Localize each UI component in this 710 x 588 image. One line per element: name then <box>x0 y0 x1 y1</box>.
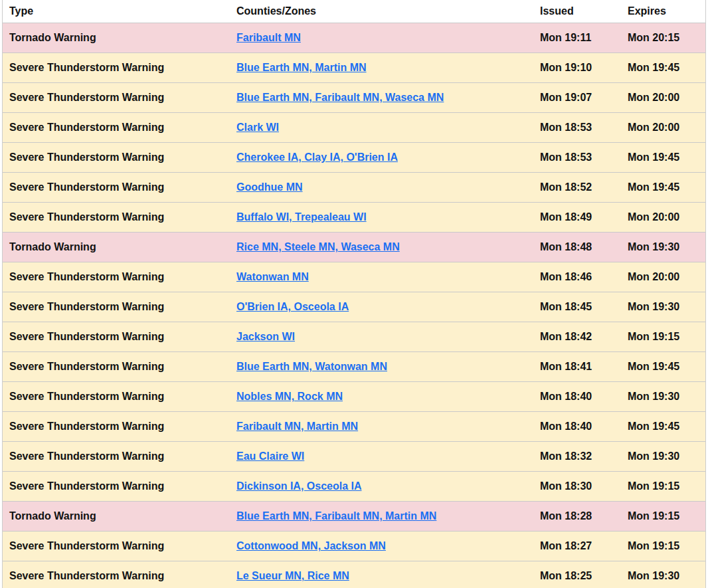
issued-cell: Mon 18:48 <box>533 241 621 253</box>
expires-cell: Mon 19:15 <box>621 510 705 522</box>
expires-cell: Mon 19:30 <box>621 241 705 253</box>
counties-cell: Blue Earth MN, Faribault MN, Waseca MN <box>230 92 533 104</box>
counties-link[interactable]: Jackson WI <box>236 331 295 342</box>
warning-type-cell: Severe Thunderstorm Warning <box>3 480 230 492</box>
counties-link[interactable]: Blue Earth MN, Faribault MN, Martin MN <box>236 510 436 522</box>
warnings-table-body: Tornado Warning Faribault MN Mon 19:11 M… <box>3 23 705 588</box>
warning-type-cell: Tornado Warning <box>3 241 230 253</box>
column-header-counties: Counties/Zones <box>230 5 533 17</box>
table-row: Tornado Warning Blue Earth MN, Faribault… <box>3 501 705 531</box>
warning-type-cell: Severe Thunderstorm Warning <box>3 540 230 552</box>
warning-type-cell: Severe Thunderstorm Warning <box>3 421 230 433</box>
table-row: Severe Thunderstorm Warning Faribault MN… <box>3 411 705 441</box>
counties-link[interactable]: Faribault MN, Martin MN <box>236 421 358 432</box>
warning-type-cell: Severe Thunderstorm Warning <box>3 92 230 104</box>
expires-cell: Mon 19:45 <box>621 151 705 163</box>
warning-type-cell: Severe Thunderstorm Warning <box>3 301 230 313</box>
counties-link[interactable]: O'Brien IA, Osceola IA <box>236 301 349 312</box>
counties-link[interactable]: Le Sueur MN, Rice MN <box>236 570 349 581</box>
warning-type-cell: Severe Thunderstorm Warning <box>3 391 230 403</box>
expires-cell: Mon 19:15 <box>621 480 705 492</box>
table-row: Severe Thunderstorm Warning Jackson WI M… <box>3 322 705 351</box>
issued-cell: Mon 18:41 <box>533 361 621 373</box>
issued-cell: Mon 18:28 <box>533 510 621 522</box>
issued-cell: Mon 18:25 <box>533 570 621 582</box>
table-row: Severe Thunderstorm Warning Cherokee IA,… <box>3 142 705 172</box>
counties-link[interactable]: Goodhue MN <box>236 181 303 193</box>
counties-link[interactable]: Eau Claire WI <box>236 450 304 462</box>
counties-link[interactable]: Blue Earth MN, Faribault MN, Waseca MN <box>236 92 444 103</box>
counties-cell: Goodhue MN <box>230 181 533 193</box>
expires-cell: Mon 19:15 <box>621 540 705 552</box>
expires-cell: Mon 20:00 <box>621 92 705 104</box>
counties-cell: Dickinson IA, Osceola IA <box>230 480 533 492</box>
counties-cell: Watonwan MN <box>230 271 533 283</box>
issued-cell: Mon 18:46 <box>533 271 621 283</box>
expires-cell: Mon 19:15 <box>621 331 705 343</box>
table-row: Severe Thunderstorm Warning Goodhue MN M… <box>3 172 705 202</box>
counties-link[interactable]: Blue Earth MN, Watonwan MN <box>236 361 387 372</box>
column-header-issued: Issued <box>533 5 621 17</box>
counties-cell: Rice MN, Steele MN, Waseca MN <box>230 241 533 253</box>
issued-cell: Mon 18:40 <box>533 391 621 403</box>
issued-cell: Mon 19:07 <box>533 92 621 104</box>
warnings-table: Type Counties/Zones Issued Expires Torna… <box>2 0 706 588</box>
counties-cell: Faribault MN, Martin MN <box>230 421 533 433</box>
table-row: Severe Thunderstorm Warning Eau Claire W… <box>3 441 705 471</box>
table-row: Tornado Warning Rice MN, Steele MN, Wase… <box>3 232 705 262</box>
counties-link[interactable]: Cottonwood MN, Jackson MN <box>236 540 386 551</box>
expires-cell: Mon 20:00 <box>621 122 705 134</box>
counties-link[interactable]: Faribault MN <box>236 32 301 43</box>
expires-cell: Mon 19:30 <box>621 391 705 403</box>
table-row: Severe Thunderstorm Warning Watonwan MN … <box>3 262 705 292</box>
counties-link[interactable]: Clark WI <box>236 122 279 133</box>
issued-cell: Mon 18:42 <box>533 331 621 343</box>
column-header-type: Type <box>3 5 230 17</box>
counties-cell: Clark WI <box>230 122 533 134</box>
counties-link[interactable]: Cherokee IA, Clay IA, O'Brien IA <box>236 151 398 163</box>
counties-cell: Faribault MN <box>230 32 533 44</box>
counties-cell: Eau Claire WI <box>230 450 533 462</box>
counties-link[interactable]: Nobles MN, Rock MN <box>236 391 343 402</box>
counties-link[interactable]: Rice MN, Steele MN, Waseca MN <box>236 241 400 252</box>
warning-type-cell: Severe Thunderstorm Warning <box>3 361 230 373</box>
issued-cell: Mon 18:52 <box>533 181 621 193</box>
counties-cell: Blue Earth MN, Watonwan MN <box>230 361 533 373</box>
counties-cell: Buffalo WI, Trepealeau WI <box>230 211 533 223</box>
warning-type-cell: Tornado Warning <box>3 32 230 44</box>
table-header-row: Type Counties/Zones Issued Expires <box>3 0 705 23</box>
counties-cell: Cottonwood MN, Jackson MN <box>230 540 533 552</box>
expires-cell: Mon 19:30 <box>621 301 705 313</box>
counties-cell: Le Sueur MN, Rice MN <box>230 570 533 582</box>
counties-link[interactable]: Buffalo WI, Trepealeau WI <box>236 211 367 223</box>
warning-type-cell: Severe Thunderstorm Warning <box>3 450 230 462</box>
counties-cell: Nobles MN, Rock MN <box>230 391 533 403</box>
table-row: Severe Thunderstorm Warning Nobles MN, R… <box>3 381 705 411</box>
warning-type-cell: Severe Thunderstorm Warning <box>3 570 230 582</box>
expires-cell: Mon 19:45 <box>621 361 705 373</box>
counties-link[interactable]: Watonwan MN <box>236 271 309 282</box>
issued-cell: Mon 18:32 <box>533 450 621 462</box>
warning-type-cell: Severe Thunderstorm Warning <box>3 211 230 223</box>
counties-link[interactable]: Blue Earth MN, Martin MN <box>236 62 367 73</box>
table-row: Severe Thunderstorm Warning Blue Earth M… <box>3 351 705 381</box>
issued-cell: Mon 18:30 <box>533 480 621 492</box>
warning-type-cell: Severe Thunderstorm Warning <box>3 151 230 163</box>
expires-cell: Mon 19:45 <box>621 62 705 74</box>
expires-cell: Mon 20:00 <box>621 211 705 223</box>
warning-type-cell: Severe Thunderstorm Warning <box>3 331 230 343</box>
expires-cell: Mon 19:45 <box>621 181 705 193</box>
expires-cell: Mon 19:45 <box>621 421 705 433</box>
table-row: Severe Thunderstorm Warning Blue Earth M… <box>3 82 705 112</box>
issued-cell: Mon 18:49 <box>533 211 621 223</box>
warning-type-cell: Severe Thunderstorm Warning <box>3 181 230 193</box>
issued-cell: Mon 19:11 <box>533 32 621 44</box>
warning-type-cell: Severe Thunderstorm Warning <box>3 122 230 134</box>
warning-type-cell: Severe Thunderstorm Warning <box>3 62 230 74</box>
expires-cell: Mon 20:15 <box>621 32 705 44</box>
counties-link[interactable]: Dickinson IA, Osceola IA <box>236 480 362 492</box>
table-row: Severe Thunderstorm Warning Le Sueur MN,… <box>3 561 705 588</box>
table-row: Tornado Warning Faribault MN Mon 19:11 M… <box>3 23 705 52</box>
column-header-expires: Expires <box>621 5 705 17</box>
issued-cell: Mon 18:53 <box>533 122 621 134</box>
